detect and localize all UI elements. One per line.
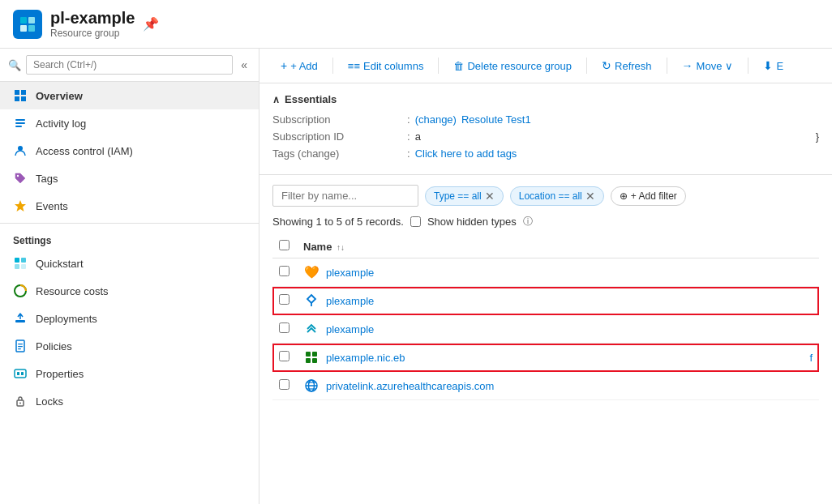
show-hidden-checkbox[interactable] <box>410 216 421 227</box>
properties-label: Properties <box>36 368 84 380</box>
delete-icon: 🗑 <box>453 60 464 72</box>
row3-icon <box>303 321 320 337</box>
tags-value-link[interactable]: Click here to add tags <box>415 147 517 160</box>
select-all-header <box>272 235 297 258</box>
row2-checkbox[interactable] <box>279 294 289 305</box>
row2-name-cell: plexample <box>297 287 819 315</box>
svg-rect-10 <box>15 126 22 127</box>
svg-rect-0 <box>20 17 27 23</box>
row5-name[interactable]: privatelink.azurehealthcareapis.com <box>303 378 813 394</box>
svg-point-27 <box>19 403 21 404</box>
row2-checkbox-cell <box>272 287 297 315</box>
events-icon <box>13 199 28 213</box>
filter-row: Type == all ✕ Location == all ✕ ⊕ + Add … <box>272 185 819 207</box>
location-filter-close-icon[interactable]: ✕ <box>585 190 595 203</box>
resource-costs-icon <box>13 284 28 298</box>
sidebar-item-tags[interactable]: Tags <box>0 164 259 192</box>
essentials-header: ∧ Essentials <box>272 93 819 105</box>
row3-name[interactable]: plexample <box>303 321 813 337</box>
move-icon: → <box>682 59 693 72</box>
sidebar-item-quickstart[interactable]: Quickstart <box>0 250 259 277</box>
table-row: plexample.nic.eb f <box>272 344 819 372</box>
delete-button[interactable]: 🗑 Delete resource group <box>445 56 580 76</box>
sidebar-item-policies[interactable]: Policies <box>0 332 259 360</box>
row5-checkbox[interactable] <box>279 379 289 390</box>
svg-rect-6 <box>15 96 19 101</box>
row1-name-text: plexample <box>326 267 374 279</box>
add-filter-button[interactable]: ⊕ + Add filter <box>611 186 686 206</box>
policies-label: Policies <box>36 340 72 352</box>
main-layout: 🔍 « Overview Activity log Access control… <box>0 49 832 504</box>
row4-suffix: f <box>809 352 813 364</box>
row1-checkbox-cell <box>272 258 297 287</box>
svg-rect-3 <box>28 25 35 32</box>
sidebar-item-deployments[interactable]: Deployments <box>0 305 259 332</box>
properties-icon <box>13 366 28 381</box>
sidebar-item-access-control[interactable]: Access control (IAM) <box>0 137 259 164</box>
table-row: plexample <box>272 315 819 344</box>
quickstart-label: Quickstart <box>36 258 84 270</box>
edit-columns-button[interactable]: ≡≡ Edit columns <box>340 56 432 76</box>
subscription-change-link[interactable]: (change) <box>415 113 457 126</box>
refresh-label: Refresh <box>615 60 652 72</box>
refresh-button[interactable]: ↻ Refresh <box>594 55 660 76</box>
row1-name-cell: 🧡 plexample <box>297 258 819 287</box>
activity-log-icon <box>13 116 28 130</box>
activity-log-label: Activity log <box>36 117 86 130</box>
show-hidden-info-icon: ⓘ <box>523 215 533 229</box>
deployments-icon <box>13 311 28 326</box>
sidebar-item-resource-costs[interactable]: Resource costs <box>0 277 259 305</box>
row4-name[interactable]: plexample.nic.eb f <box>303 349 813 365</box>
row4-name-text: plexample.nic.eb <box>326 352 405 364</box>
type-filter-close-icon[interactable]: ✕ <box>485 190 495 203</box>
row3-checkbox[interactable] <box>279 322 289 333</box>
name-column-header[interactable]: Name ↑↓ <box>297 235 819 258</box>
move-chevron-icon: ∨ <box>725 60 733 72</box>
add-button[interactable]: + + Add <box>272 55 326 76</box>
type-filter-tag[interactable]: Type == all ✕ <box>425 186 504 206</box>
svg-rect-24 <box>17 372 19 375</box>
location-filter-tag[interactable]: Location == all ✕ <box>510 186 604 206</box>
svg-rect-7 <box>21 96 26 101</box>
resource-group-name: pl-example <box>50 9 135 28</box>
svg-rect-30 <box>306 352 311 357</box>
subscription-row: Subscription : (change) Resolute Test1 <box>272 113 819 126</box>
row2-name[interactable]: plexample <box>303 293 813 309</box>
export-button[interactable]: ⬇ E <box>755 55 791 76</box>
access-control-label: Access control (IAM) <box>36 145 133 157</box>
sidebar-item-properties[interactable]: Properties <box>0 360 259 387</box>
select-all-checkbox[interactable] <box>279 240 289 250</box>
row1-checkbox[interactable] <box>279 266 289 276</box>
row1-name[interactable]: 🧡 plexample <box>303 264 813 280</box>
svg-rect-15 <box>15 264 19 269</box>
sidebar-item-overview[interactable]: Overview <box>0 82 259 109</box>
row4-checkbox[interactable] <box>279 351 289 361</box>
sidebar-item-locks[interactable]: Locks <box>0 387 259 415</box>
add-icon: + <box>281 59 287 72</box>
filter-by-name-input[interactable] <box>272 185 418 207</box>
resource-group-type: Resource group <box>50 28 135 39</box>
locks-icon <box>13 394 28 408</box>
subscription-label: Subscription <box>272 113 402 126</box>
table-row: 🧡 plexample <box>272 258 819 287</box>
access-control-icon <box>13 143 28 158</box>
svg-rect-22 <box>18 348 21 349</box>
sidebar-item-events[interactable]: Events <box>0 192 259 220</box>
search-icon: 🔍 <box>8 59 21 71</box>
pin-icon[interactable]: 📌 <box>143 16 159 32</box>
collapse-button[interactable]: « <box>238 57 251 73</box>
subscription-value[interactable]: Resolute Test1 <box>461 113 531 126</box>
subscription-id-label: Subscription ID <box>272 130 402 143</box>
svg-rect-32 <box>306 358 311 363</box>
move-button[interactable]: → Move ∨ <box>674 55 742 76</box>
refresh-icon: ↻ <box>602 59 611 72</box>
sidebar: 🔍 « Overview Activity log Access control… <box>0 49 259 504</box>
row5-name-cell: privatelink.azurehealthcareapis.com <box>297 372 819 400</box>
records-count-text: Showing 1 to 5 of 5 records. <box>272 216 404 228</box>
svg-rect-31 <box>312 352 317 357</box>
svg-rect-2 <box>20 25 27 32</box>
search-input[interactable] <box>26 55 233 75</box>
svg-rect-20 <box>18 344 23 344</box>
add-filter-icon: ⊕ <box>620 190 628 202</box>
sidebar-item-activity-log[interactable]: Activity log <box>0 109 259 137</box>
